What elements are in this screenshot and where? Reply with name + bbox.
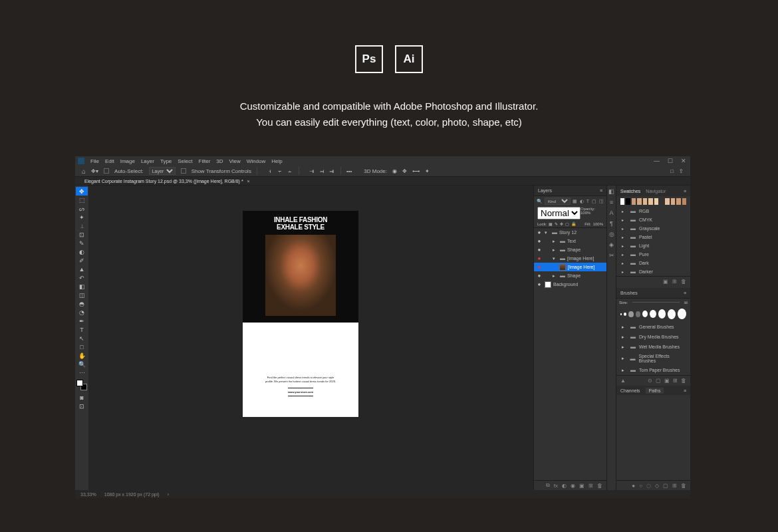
- brush-tool[interactable]: ✐: [76, 256, 88, 265]
- collapsed-panel-icon[interactable]: ◧: [608, 188, 614, 195]
- menu-type[interactable]: Type: [160, 158, 172, 164]
- visibility-icon[interactable]: ●: [536, 229, 543, 235]
- search-icon[interactable]: □: [670, 168, 674, 174]
- swatch[interactable]: [620, 198, 624, 205]
- collapsed-panel-icon[interactable]: ◎: [609, 231, 614, 237]
- swatch[interactable]: [660, 198, 664, 205]
- frame-tool[interactable]: ⊡: [76, 230, 88, 239]
- paths-tab[interactable]: Paths: [646, 388, 664, 394]
- swatch[interactable]: [632, 198, 636, 205]
- screen-mode-icon[interactable]: ⊡: [76, 402, 88, 410]
- navigator-tab[interactable]: Navigator: [646, 189, 666, 194]
- minimize-icon[interactable]: —: [654, 158, 660, 164]
- visibility-icon[interactable]: ●: [536, 255, 543, 261]
- new-brush-group-icon[interactable]: ▣: [664, 378, 670, 384]
- align-center-v-icon[interactable]: ⫤: [319, 168, 325, 174]
- opacity-value[interactable]: 100%: [581, 211, 590, 215]
- status-chevron-icon[interactable]: ›: [168, 492, 169, 497]
- adjustment-layer-icon[interactable]: ◉: [571, 483, 575, 489]
- folder-arrow-icon[interactable]: ▾: [553, 256, 558, 261]
- new-brush-preset-icon[interactable]: ⊞: [684, 300, 688, 305]
- collapsed-panel-icon[interactable]: ✂: [609, 252, 614, 259]
- canvas-area[interactable]: INHALE FASHION EXHALE STYLE ASPIRE TO IN…: [88, 186, 533, 490]
- brush-preset[interactable]: [668, 309, 676, 319]
- brush-preset[interactable]: [642, 311, 648, 317]
- collapsed-panel-icon[interactable]: ≡: [610, 199, 613, 205]
- fill-value[interactable]: 100%: [593, 222, 603, 226]
- menu-filter[interactable]: Filter: [199, 158, 211, 164]
- menu-help[interactable]: Help: [271, 158, 282, 164]
- link-layers-icon[interactable]: ⧉: [546, 482, 550, 489]
- layer-item[interactable]: ●Background: [534, 280, 606, 289]
- visibility-icon[interactable]: ●: [536, 273, 543, 279]
- swatch[interactable]: [671, 198, 675, 205]
- menu-file[interactable]: File: [90, 158, 99, 164]
- swatch[interactable]: [676, 198, 680, 205]
- visibility-icon[interactable]: ●: [536, 264, 543, 270]
- brush-folder[interactable]: ▸▬Tom Paper Brushes: [616, 365, 690, 375]
- share-icon[interactable]: ⇪: [679, 168, 684, 174]
- clone-stamp-tool[interactable]: ▲: [76, 265, 88, 273]
- home-icon[interactable]: ⌂: [82, 168, 86, 175]
- close-icon[interactable]: ✕: [681, 158, 686, 164]
- show-transform-checkbox[interactable]: [181, 168, 186, 174]
- more-options-icon[interactable]: •••: [346, 168, 352, 174]
- dodge-tool[interactable]: ◔: [76, 308, 88, 317]
- edit-toolbar-icon[interactable]: ⋯: [76, 368, 88, 377]
- layer-mask-icon[interactable]: ◐: [562, 483, 567, 489]
- new-swatch-icon[interactable]: ⊞: [672, 279, 677, 285]
- filter-pixel-icon[interactable]: ▦: [573, 199, 577, 204]
- delete-path-icon[interactable]: 🗑: [681, 483, 686, 489]
- panel-menu-icon[interactable]: ≡: [684, 291, 686, 295]
- new-layer-icon[interactable]: ⊞: [588, 483, 593, 489]
- brush-preset[interactable]: [628, 311, 633, 317]
- swatches-tab[interactable]: Swatches: [620, 189, 640, 194]
- gradient-tool[interactable]: ◫: [76, 291, 88, 299]
- eraser-tool[interactable]: ◧: [76, 282, 88, 291]
- panel-menu-icon[interactable]: ≡: [684, 388, 686, 393]
- brush-folder[interactable]: ▸▬Dry Media Brushes: [616, 332, 690, 342]
- document-tab[interactable]: Elegant Corporate Instagram Story 12.psd…: [84, 179, 243, 184]
- brush-options-icon[interactable]: ⊙: [648, 378, 652, 384]
- new-path-icon[interactable]: ⊞: [672, 483, 677, 489]
- brush-preset[interactable]: [658, 309, 666, 319]
- brush-preset[interactable]: [636, 311, 640, 317]
- menu-select[interactable]: Select: [178, 158, 192, 164]
- 3d-axis-icon[interactable]: ✦: [425, 168, 430, 174]
- hand-tool[interactable]: ✋: [76, 351, 88, 360]
- menu-3d[interactable]: 3D: [216, 158, 223, 164]
- align-bottom-icon[interactable]: ⫥: [328, 168, 335, 174]
- maximize-icon[interactable]: ☐: [668, 158, 673, 164]
- swatch-folder[interactable]: ▸▬Grayscale: [616, 224, 690, 233]
- swatch-folder-icon[interactable]: ▣: [663, 279, 668, 285]
- brush-folder[interactable]: ▸▬Wet Media Brushes: [616, 342, 690, 352]
- swatch-folder[interactable]: ▸▬Light: [616, 241, 690, 250]
- brush-folder[interactable]: ▸▬General Brushes: [616, 322, 690, 332]
- visibility-icon[interactable]: ●: [536, 281, 543, 287]
- swatch[interactable]: [626, 198, 630, 205]
- foreground-background-colors[interactable]: [76, 380, 87, 390]
- layer-filter-kind[interactable]: Kind: [545, 198, 571, 205]
- visibility-icon[interactable]: ●: [536, 247, 543, 253]
- lock-all-icon[interactable]: 🔒: [571, 221, 576, 226]
- layer-item[interactable]: ●▾▬[Image Here]: [534, 254, 606, 263]
- live-preview-icon[interactable]: ▢: [656, 378, 661, 384]
- path-workpath-icon[interactable]: ◇: [655, 483, 659, 489]
- channels-tab[interactable]: Channels: [620, 388, 640, 393]
- panel-menu-icon[interactable]: ≡: [684, 189, 686, 194]
- swatch[interactable]: [654, 198, 658, 205]
- lock-transparent-icon[interactable]: ▦: [549, 221, 553, 226]
- rectangle-tool[interactable]: □: [76, 342, 88, 351]
- swatch[interactable]: [643, 198, 647, 205]
- swatch[interactable]: [682, 198, 686, 205]
- move-tool[interactable]: ✥: [76, 187, 88, 196]
- swatch-folder[interactable]: ▸▬Dark: [616, 259, 690, 267]
- align-right-icon[interactable]: ⫠: [287, 168, 293, 174]
- blur-tool[interactable]: ◓: [76, 299, 88, 308]
- folder-arrow-icon[interactable]: ▾: [545, 230, 550, 235]
- menu-window[interactable]: Window: [247, 158, 265, 164]
- document-info[interactable]: 1080 px x 1920 px (72 ppi): [104, 492, 160, 497]
- swatch[interactable]: [648, 198, 652, 205]
- quick-mask-icon[interactable]: ◙: [76, 393, 88, 402]
- path-fill-icon[interactable]: ●: [632, 483, 635, 489]
